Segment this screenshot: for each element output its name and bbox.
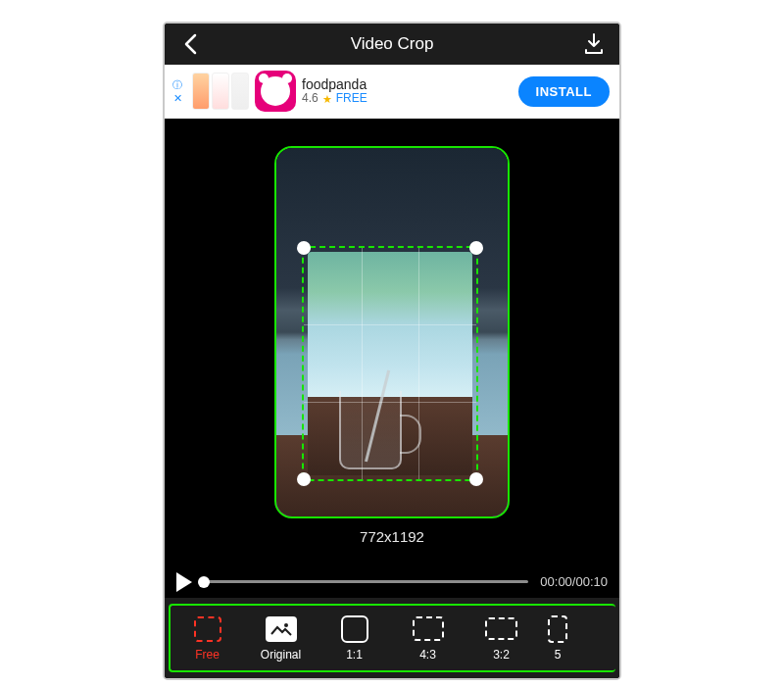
ad-meta: foodpanda 4.6 ★ FREE	[302, 76, 513, 106]
ad-rating: 4.6	[302, 92, 318, 106]
grid-line	[362, 248, 363, 479]
ratio-label: 1:1	[346, 648, 363, 662]
panda-icon	[261, 76, 290, 106]
star-icon: ★	[322, 93, 332, 106]
ratio-free[interactable]: Free	[171, 614, 244, 662]
close-icon[interactable]: ✕	[173, 92, 182, 105]
grid-line	[304, 402, 476, 403]
grid-line	[418, 248, 419, 479]
ratio-label: 4:3	[419, 648, 436, 662]
page-title: Video Crop	[202, 34, 582, 54]
ad-price: FREE	[336, 92, 368, 106]
download-icon	[584, 33, 604, 55]
rect-4-3-icon	[413, 616, 444, 641]
crop-handle-top-right[interactable]	[469, 241, 483, 255]
grid-line	[304, 324, 476, 325]
ad-banner[interactable]: ⓘ ✕ foodpanda 4.6 ★ FREE INSTALL	[165, 65, 619, 119]
ratio-4-3[interactable]: 4:3	[391, 614, 465, 662]
info-icon: ⓘ	[172, 78, 182, 92]
svg-point-1	[284, 623, 288, 627]
time-display: 00:00/00:10	[540, 574, 608, 589]
play-button[interactable]	[176, 572, 192, 592]
video-preview-area: 772x1192	[165, 119, 619, 568]
app-header: Video Crop	[165, 24, 619, 65]
progress-knob[interactable]	[198, 576, 210, 588]
ratio-label: 5	[555, 648, 562, 662]
square-icon	[341, 615, 368, 643]
rect-3-2-icon	[485, 617, 517, 640]
chevron-left-icon	[183, 33, 197, 55]
ad-info-badge[interactable]: ⓘ ✕	[169, 78, 186, 105]
ratio-label: 3:2	[493, 648, 510, 662]
playback-bar: 00:00/00:10	[165, 568, 619, 598]
glass-illustration	[339, 379, 410, 469]
crop-selection[interactable]	[302, 246, 478, 481]
phone-frame: Video Crop ⓘ ✕ foodpanda 4.6 ★ FREE	[163, 22, 621, 680]
export-button[interactable]	[582, 32, 606, 56]
ad-thumb	[192, 73, 210, 110]
crop-handle-bottom-right[interactable]	[469, 472, 483, 486]
ad-app-icon	[255, 71, 296, 112]
video-canvas[interactable]	[274, 146, 510, 518]
crop-dimensions: 772x1192	[360, 518, 424, 549]
aspect-ratio-list[interactable]: Free Original 1:1 4:3 3:2	[169, 604, 615, 672]
rect-5-icon	[548, 615, 567, 643]
ratio-label: Free	[195, 648, 220, 662]
crop-handle-top-left[interactable]	[297, 241, 311, 255]
free-crop-icon	[194, 616, 221, 642]
back-button[interactable]	[178, 32, 202, 56]
ad-thumb	[212, 73, 229, 110]
svg-rect-0	[270, 620, 293, 638]
crop-content	[308, 252, 472, 475]
ratio-label: Original	[261, 648, 301, 662]
install-button[interactable]: INSTALL	[518, 76, 610, 107]
crop-handle-bottom-left[interactable]	[297, 472, 311, 486]
aspect-ratio-toolbar: Free Original 1:1 4:3 3:2	[165, 598, 619, 678]
ratio-1-1[interactable]: 1:1	[318, 614, 391, 662]
ratio-5[interactable]: 5	[538, 614, 577, 662]
ratio-original[interactable]: Original	[244, 614, 318, 662]
image-icon	[266, 616, 297, 642]
ratio-3-2[interactable]: 3:2	[465, 614, 538, 662]
ad-thumb	[231, 73, 249, 110]
progress-slider[interactable]	[204, 580, 528, 583]
ad-thumbnails	[192, 73, 249, 110]
ad-app-name: foodpanda	[302, 76, 513, 92]
